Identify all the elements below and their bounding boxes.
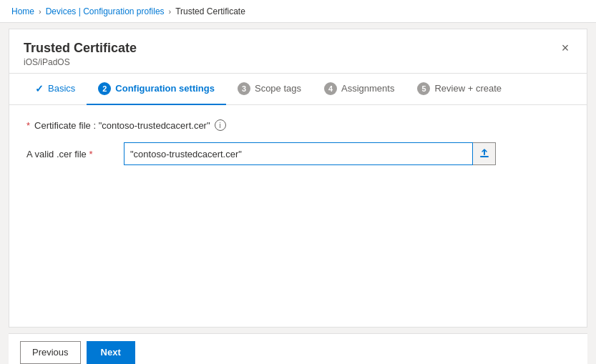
cert-required-star: *: [26, 120, 30, 131]
breadcrumb-current: Trusted Certificate: [175, 6, 245, 16]
upload-icon: [479, 148, 490, 159]
tab-scope-number: 3: [238, 82, 250, 95]
panel-header: Trusted Certificate iOS/iPadOS ×: [9, 29, 587, 74]
tab-assignments[interactable]: 4 Assignments: [313, 74, 406, 105]
tab-scope-label: Scope tags: [255, 83, 301, 94]
upload-button[interactable]: [473, 142, 496, 165]
next-button[interactable]: Next: [87, 341, 135, 364]
main-panel: Trusted Certificate iOS/iPadOS × ✓ Basic…: [9, 29, 587, 328]
svg-rect-0: [480, 156, 489, 157]
breadcrumb-sep-2: ›: [169, 7, 172, 16]
breadcrumb: Home › Devices | Configuration profiles …: [0, 0, 596, 23]
tab-assign-number: 4: [324, 82, 337, 95]
breadcrumb-devices[interactable]: Devices | Configuration profiles: [46, 6, 165, 16]
breadcrumb-home[interactable]: Home: [11, 6, 34, 16]
tab-review-create[interactable]: 5 Review + create: [406, 74, 513, 105]
field-label: A valid .cer file *: [26, 149, 112, 159]
tab-review-label: Review + create: [434, 83, 502, 94]
field-required-star: *: [89, 149, 92, 159]
info-icon[interactable]: i: [215, 119, 226, 131]
panel-title: Trusted Certificate: [24, 41, 572, 56]
tab-review-number: 5: [417, 82, 430, 95]
breadcrumb-sep-1: ›: [39, 7, 41, 16]
tab-basics[interactable]: ✓ Basics: [24, 74, 87, 105]
tab-basics-check: ✓: [35, 83, 44, 94]
close-button[interactable]: ×: [555, 38, 575, 58]
cert-label-row: * Certificate file : "contoso-trustedcac…: [26, 119, 570, 131]
tab-scope-tags[interactable]: 3 Scope tags: [226, 74, 313, 105]
tab-configuration-settings[interactable]: 2 Configuration settings: [87, 74, 226, 105]
tab-config-number: 2: [98, 82, 111, 95]
panel-subtitle: iOS/iPadOS: [24, 57, 572, 67]
bottom-bar: Previous Next: [9, 333, 587, 364]
tab-config-label: Configuration settings: [115, 83, 215, 94]
panel-content: * Certificate file : "contoso-trustedcac…: [9, 105, 587, 327]
tabs-bar: ✓ Basics 2 Configuration settings 3 Scop…: [9, 74, 587, 105]
tab-basics-label: Basics: [48, 83, 75, 94]
field-row: A valid .cer file *: [26, 142, 570, 165]
cert-label: Certificate file : "contoso-trustedcacer…: [34, 120, 210, 131]
field-input-wrap: [124, 142, 496, 165]
cer-file-input[interactable]: [124, 142, 473, 165]
previous-button[interactable]: Previous: [20, 341, 81, 364]
tab-assign-label: Assignments: [341, 83, 394, 94]
field-label-text: A valid .cer file: [26, 149, 87, 159]
